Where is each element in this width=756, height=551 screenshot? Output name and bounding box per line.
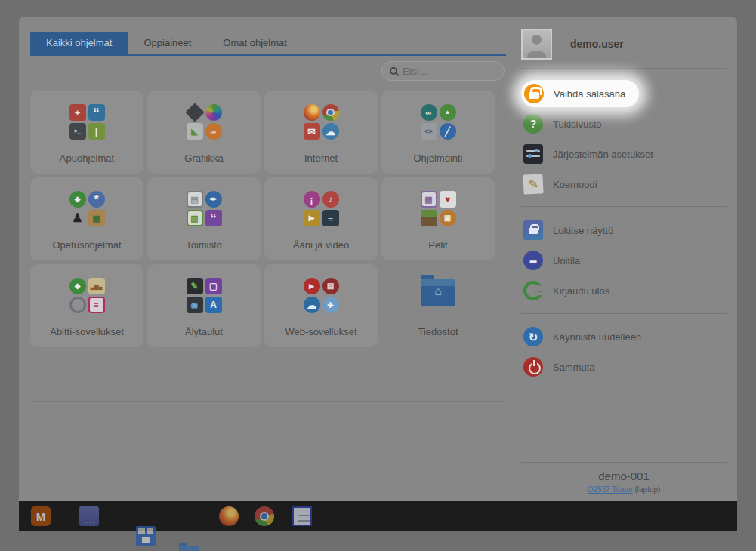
letter-a-icon: A (205, 297, 222, 313)
category-tile-pelit[interactable]: ▦♥▣Pelit (381, 177, 495, 260)
spreadsheet-icon: ▥ (187, 210, 203, 226)
power-icon (523, 357, 543, 377)
shutdown-item[interactable]: Sammuta (521, 352, 727, 382)
stats-chart-icon: ▃▆▄ (88, 278, 105, 294)
lock-screen-item[interactable]: Lukitse näyttö (521, 215, 727, 245)
firefox-icon (304, 104, 320, 121)
category-tile-alytaulut[interactable]: ✎▢◉AÄlytaulut (147, 264, 261, 347)
user-menu-section-1: Vaihda salasana?TukisivustoJärjestelmän … (521, 78, 727, 199)
quote-app-icon: “ (205, 210, 222, 226)
minecraft-icon (421, 210, 437, 226)
notes-icon: “ (88, 104, 105, 121)
sleep-item[interactable]: ▬Unitila (521, 245, 727, 276)
exam-pencil-icon: ✎ (523, 174, 543, 194)
launcher-window: Kaikki ohjelmatOppiaineetOmat ohjelmat +… (19, 17, 737, 501)
tab-bar: Kaikki ohjelmatOppiaineetOmat ohjelmat (30, 32, 303, 54)
file-manager-button[interactable] (179, 546, 199, 551)
category-tile-toimisto[interactable]: ▤✒▥“Toimisto (147, 177, 261, 260)
category-tile-opetusohjelmat[interactable]: ◆*♟▦Opetusohjelmat (30, 177, 143, 260)
menu-item-label: Tukisivusto (553, 119, 602, 130)
tab-oppiaineet[interactable]: Oppiaineet (128, 32, 207, 54)
menu-item-label: Sammuta (553, 362, 595, 373)
restart-item[interactable]: ↻Käynnistä uudelleen (521, 322, 727, 352)
category-tile-aani-ja-video[interactable]: ¡♪▶≡Ääni ja video (264, 177, 378, 260)
category-tile-web-sovellukset[interactable]: ▶▤☁✈Web-sovellukset (264, 264, 378, 347)
calculator-icon: + (69, 104, 86, 121)
device-suffix: (laptop) (634, 485, 660, 494)
sudoku-icon: ▦ (421, 191, 437, 208)
avatar[interactable] (521, 29, 552, 60)
exam-mode-item[interactable]: ✎Koemoodi (521, 169, 727, 199)
gamepad-icon: ▣ (440, 210, 456, 226)
system-settings-item[interactable]: Järjestelmän asetukset (521, 139, 727, 169)
chrome-icon (322, 104, 339, 121)
sidebar-divider (521, 313, 727, 314)
build-tools-icon: ╱ (440, 123, 456, 140)
tile-icon-cluster: ◆▃▆▄≡ (30, 264, 143, 313)
web-cloud-icon: ☁ (304, 297, 320, 313)
firefox-button[interactable] (219, 506, 239, 526)
support-site-item[interactable]: ?Tukisivusto (521, 109, 727, 139)
blender-icon: ∞ (205, 123, 222, 140)
category-label: Ohjelmointi (381, 152, 495, 164)
image-viewer-icon: ◣ (187, 123, 203, 140)
user-sidebar: demo.user Vaihda salasana?TukisivustoJär… (521, 17, 727, 501)
user-menu-section-2: Lukitse näyttö▬UnitilaKirjaudu ulos (521, 215, 727, 306)
category-label: Toimisto (147, 239, 261, 251)
video-editor-icon: ≡ (322, 210, 339, 226)
search-input[interactable] (403, 66, 496, 77)
change-password-item[interactable]: Vaihda salasana (521, 80, 639, 107)
category-tile-grafiikka[interactable]: ◣∞Grafiikka (147, 91, 261, 174)
text-editor-button[interactable] (292, 506, 312, 526)
character-map-icon: | (88, 123, 105, 140)
chrome-button[interactable] (255, 506, 274, 526)
crop-tool-icon: ▢ (205, 278, 222, 294)
tile-icon-cluster: ◆*♟▦ (30, 177, 143, 226)
device-link[interactable]: O2537 Titaan (588, 485, 633, 494)
password-lock-icon (524, 84, 544, 103)
settings-sliders-icon (523, 144, 543, 164)
ebook-icon: ▤ (322, 278, 339, 294)
sidebar-footer: demo-001 O2537 Titaan (laptop) (521, 469, 727, 494)
tile-icon-cluster: ∞▲<>╱ (381, 91, 495, 140)
app-menu-button[interactable]: M (31, 506, 51, 526)
sleep-icon: ▬ (523, 251, 543, 270)
tab-omat-ohjelmat[interactable]: Omat ohjelmat (207, 32, 303, 54)
screen-lock-icon (523, 220, 543, 240)
microphone-icon: ¡ (304, 191, 320, 208)
workspaces-button[interactable] (136, 526, 156, 546)
tile-icon-cluster: ¡♪▶≡ (264, 177, 378, 226)
youtube-icon: ▶ (304, 278, 320, 294)
tab-kaikki-ohjelmat[interactable]: Kaikki ohjelmat (30, 32, 128, 54)
logout-item[interactable]: Kirjaudu ulos (521, 276, 727, 306)
category-label: Tiedostot (381, 326, 495, 337)
writer-doc-icon: ▤ (187, 191, 203, 208)
search-box[interactable] (381, 61, 505, 81)
blackboard-pencil-icon: ✎ (187, 278, 203, 294)
impress-doc-icon: ≡ (88, 297, 105, 313)
tile-icon-cluster: ✎▢◉A (147, 264, 261, 313)
arduino-icon: ∞ (421, 104, 437, 121)
category-tile-tiedostot[interactable]: Tiedostot (381, 264, 495, 347)
tab-underline (30, 54, 506, 56)
sidebar-divider (521, 462, 727, 463)
ring-icon (69, 297, 86, 313)
pen-nib-icon: ✒ (205, 191, 222, 208)
content-divider (30, 401, 506, 402)
show-desktop-button[interactable] (79, 506, 99, 526)
username: demo.user (570, 29, 624, 60)
hostname: demo-001 (521, 469, 727, 482)
category-label: Grafiikka (147, 152, 261, 164)
category-tile-apuohjelmat[interactable]: +“>_|Apuohjelmat (30, 91, 143, 174)
category-label: Ääni ja video (264, 239, 378, 251)
category-tile-abitti-sovellukset[interactable]: ◆▃▆▄≡Abitti-sovellukset (30, 264, 143, 347)
color-wheel-icon (205, 104, 222, 121)
sidebar-divider (521, 206, 727, 207)
category-tile-internet[interactable]: ✉☁Internet (264, 91, 378, 174)
category-label: Web-sovellukset (264, 326, 378, 337)
email-icon: ✉ (304, 123, 320, 140)
menu-item-label: Käynnistä uudelleen (553, 331, 641, 343)
education-cap-icon: ◆ (69, 191, 86, 208)
logout-icon (523, 281, 543, 300)
category-tile-ohjelmointi[interactable]: ∞▲<>╱Ohjelmointi (381, 91, 495, 174)
